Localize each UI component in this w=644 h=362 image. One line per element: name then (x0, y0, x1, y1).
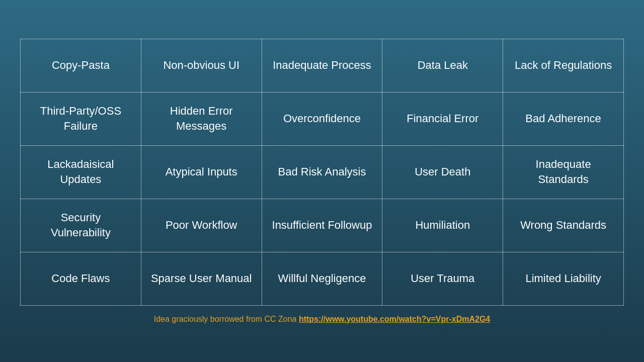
table-cell: Bad Adherence (503, 92, 624, 145)
footer: Idea graciously borrowed from CC Zona ht… (20, 315, 624, 324)
table-cell: Insufficient Followup (262, 199, 382, 252)
table-cell: User Death (382, 145, 503, 199)
table-row: Code FlawsSparse User ManualWillful Negl… (21, 252, 624, 305)
table-cell: Limited Liability (503, 252, 624, 305)
table-cell: Third-Party/OSSFailure (21, 92, 141, 145)
table-cell: Humiliation (382, 199, 503, 252)
table-cell: SecurityVulnerability (21, 199, 141, 252)
grid-table: Copy-PastaNon-obvious UIInadequate Proce… (20, 39, 624, 306)
footer-link[interactable]: https://www.youtube.com/watch?v=Vpr-xDmA… (299, 315, 490, 323)
table-cell: Code Flaws (21, 252, 141, 305)
table-cell: Non-obvious UI (141, 39, 262, 92)
table-cell: Poor Workflow (141, 199, 262, 252)
table-cell: Financial Error (382, 92, 503, 145)
table-cell: Sparse User Manual (141, 252, 262, 305)
table-cell: Atypical Inputs (141, 145, 262, 199)
table-cell: Bad Risk Analysis (262, 145, 382, 199)
table-cell: InadequateStandards (503, 145, 624, 199)
table-cell: Wrong Standards (503, 199, 624, 252)
table-cell: Lack of Regulations (503, 39, 624, 92)
table-cell: Inadequate Process (262, 39, 382, 92)
table-cell: Data Leak (382, 39, 503, 92)
table-row: SecurityVulnerabilityPoor WorkflowInsuff… (21, 199, 624, 252)
table-cell: Overconfidence (262, 92, 382, 145)
main-container: Copy-PastaNon-obvious UIInadequate Proce… (20, 39, 624, 324)
footer-text: Idea graciously borrowed from CC Zona (154, 315, 299, 323)
table-cell: LackadaisicalUpdates (21, 145, 141, 199)
table-row: LackadaisicalUpdatesAtypical InputsBad R… (21, 145, 624, 199)
table-cell: Hidden ErrorMessages (141, 92, 262, 145)
table-cell: Copy-Pasta (21, 39, 141, 92)
table-cell: User Trauma (382, 252, 503, 305)
table-row: Third-Party/OSSFailureHidden ErrorMessag… (21, 92, 624, 145)
table-row: Copy-PastaNon-obvious UIInadequate Proce… (21, 39, 624, 92)
table-cell: Willful Negligence (262, 252, 382, 305)
